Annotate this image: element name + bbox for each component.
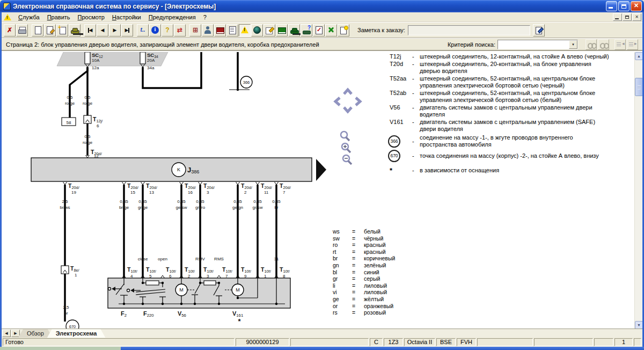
wire-color-name: синий — [364, 269, 395, 276]
mdi-minimize-button[interactable] — [613, 13, 622, 21]
tab-scroll-right-button[interactable]: ▶ — [11, 330, 20, 337]
menu-просмотр[interactable]: Просмотр — [74, 13, 108, 21]
service-book-button[interactable] — [276, 24, 288, 37]
doc-tip-button[interactable] — [338, 24, 349, 37]
new-document-button[interactable] — [32, 24, 43, 37]
scroll-up-button[interactable]: ▲ — [635, 52, 643, 60]
legend-dash: - — [412, 119, 420, 126]
order-note-button[interactable] — [533, 24, 545, 37]
documents-button[interactable] — [226, 24, 238, 37]
wire-color-name: жёлтый — [364, 296, 395, 303]
zoom-reset-icon[interactable] — [341, 132, 349, 141]
customer-service-button[interactable] — [202, 24, 214, 37]
close-schematic-icon: ✗ — [7, 27, 12, 33]
status-cell: BSE — [436, 338, 456, 346]
vertical-scrollbar[interactable]: ▲ ▼ — [634, 52, 642, 329]
text-mode-button[interactable]: t.. — [137, 24, 149, 37]
tab-overview[interactable]: Обзор — [18, 329, 53, 338]
svg-text:2,5: 2,5 — [62, 199, 68, 204]
svg-text:*: * — [238, 317, 241, 325]
ground-point-symbol: 670 — [388, 150, 400, 162]
list-next-button[interactable] — [627, 39, 638, 50]
manuals-icon — [216, 26, 224, 34]
menu-help[interactable]: ? — [200, 13, 210, 21]
order-note-input[interactable] — [408, 25, 530, 35]
menu-служба[interactable]: Служба — [14, 13, 43, 21]
pan-left-arrow[interactable] — [335, 98, 340, 105]
equals-sign: = — [352, 242, 364, 249]
search-next-button[interactable] — [598, 39, 609, 50]
legend-dash: - — [412, 167, 420, 174]
help-tip-button[interactable]: ? — [162, 24, 173, 37]
swap-button[interactable]: ⇄ — [174, 24, 186, 37]
svg-text:open: open — [158, 257, 167, 261]
equals-sign: = — [352, 262, 364, 269]
minimize-button[interactable] — [606, 1, 617, 11]
list-prev-button[interactable] — [614, 39, 626, 50]
restore-button[interactable] — [618, 1, 630, 11]
menu-предупреждения[interactable]: Предупреждения — [145, 13, 200, 21]
svg-text:ge/gn: ge/gn — [232, 205, 243, 210]
info-button[interactable] — [149, 24, 161, 37]
warnings-button[interactable] — [239, 24, 251, 37]
next-page-button[interactable]: ▶ — [109, 24, 121, 37]
wire-color-code: bl — [333, 269, 352, 276]
svg-text:T10f/: T10f/ — [146, 266, 157, 274]
status-cell — [594, 338, 613, 346]
close-button[interactable]: ✕ — [631, 1, 642, 11]
pan-up-arrow[interactable] — [344, 90, 352, 94]
wire-color-code: gr — [333, 275, 352, 282]
tools-button[interactable] — [325, 24, 337, 37]
text-mode-icon: t.. — [141, 27, 145, 33]
zoom-in-icon[interactable] — [342, 143, 350, 152]
scroll-down-button[interactable]: ▼ — [635, 321, 643, 329]
last-page-button[interactable]: ▶ — [121, 24, 133, 37]
close-schematic-button[interactable]: ✗ — [4, 24, 16, 37]
vehicle-button[interactable] — [69, 24, 80, 37]
schematic-view: 366670KMM10A12a20A34a0,5ro/ge0,5ro/ge586… — [2, 50, 642, 329]
equals-sign: = — [352, 296, 364, 303]
vehicle-data-button[interactable] — [288, 24, 300, 37]
legend-term: V56 — [390, 104, 412, 111]
first-page-button[interactable]: ◀ — [84, 24, 96, 37]
search-criteria-combobox[interactable]: ▼ — [497, 40, 578, 49]
globe-button[interactable] — [251, 24, 263, 37]
customer-service-icon — [203, 26, 212, 34]
print-button[interactable] — [16, 24, 28, 37]
svg-text:1: 1 — [75, 273, 77, 278]
menu-настройки[interactable]: Настройки — [108, 13, 145, 21]
mdi-minimize-icon — [615, 18, 619, 19]
edit-box-button[interactable] — [264, 24, 275, 37]
equals-sign: = — [352, 282, 364, 289]
legend-description: штекерный соединитель, 20-контактный, на… — [420, 61, 626, 75]
wire-color-code: vi — [333, 289, 352, 296]
component-legend: T12j-штекерный соединитель, 12-контактны… — [390, 53, 626, 174]
pan-down-arrow[interactable] — [344, 107, 352, 112]
svg-text:gr/sw: gr/sw — [252, 205, 262, 210]
zoom-control — [339, 130, 358, 166]
mdi-restore-button[interactable] — [623, 13, 632, 21]
documents-icon — [228, 26, 237, 34]
search-button[interactable] — [586, 39, 597, 50]
wire-color-name: красный — [364, 242, 395, 249]
scrollbar-thumb[interactable] — [635, 78, 643, 96]
window-grid-button[interactable]: ⊞ — [189, 24, 201, 37]
tab-scroll-left-button[interactable]: ◀ — [2, 330, 11, 337]
manuals-button[interactable] — [214, 24, 226, 37]
wire-color-name: лиловый — [364, 289, 395, 296]
edit-box-icon — [265, 26, 274, 34]
pan-right-arrow[interactable] — [356, 98, 360, 105]
equals-sign: = — [352, 269, 364, 276]
chevron-down-icon[interactable]: ▼ — [569, 40, 577, 49]
checklist-button[interactable] — [313, 24, 325, 37]
vehicle-info-button[interactable] — [301, 24, 312, 37]
svg-text:34a: 34a — [147, 65, 155, 70]
zoom-out-icon[interactable] — [343, 155, 352, 164]
mdi-close-button[interactable]: ✕ — [632, 13, 641, 21]
new-note-button[interactable] — [56, 24, 68, 37]
menu-править[interactable]: Править — [43, 13, 74, 21]
svg-text:31: 31 — [274, 257, 279, 261]
tab-schematic[interactable]: Электросхема — [47, 329, 106, 338]
prev-page-button[interactable]: ◀ — [97, 24, 108, 37]
edit-document-button[interactable] — [44, 24, 56, 37]
